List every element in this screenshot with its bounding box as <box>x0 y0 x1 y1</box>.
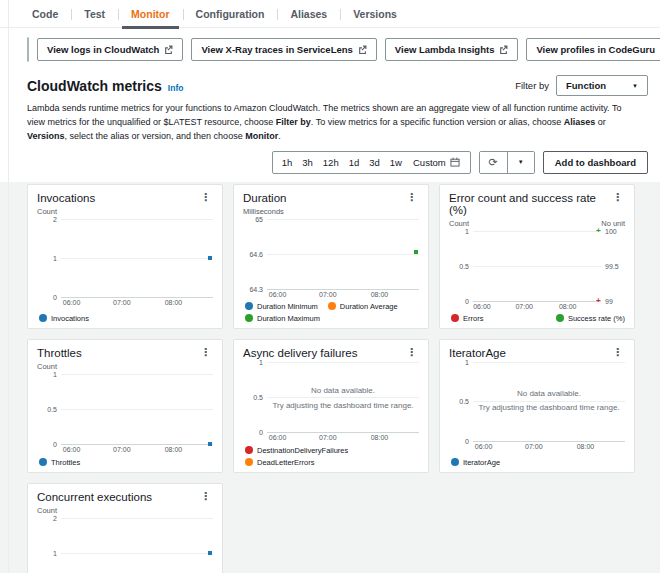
kebab-menu-icon[interactable]: ⋮ <box>198 192 213 203</box>
y-tick-label: 0 <box>53 293 57 300</box>
no-data-line1: No data available. <box>473 387 625 401</box>
chart-plot-area <box>61 518 213 573</box>
kebab-menu-icon[interactable]: ⋮ <box>610 347 625 358</box>
y-tick-label: 0.5 <box>253 393 263 400</box>
refresh-group: ⟳ ▼ <box>479 151 535 174</box>
kebab-menu-icon[interactable]: ⋮ <box>198 491 213 502</box>
kebab-menu-icon[interactable]: ⋮ <box>198 347 213 358</box>
view-lambda-insights-button[interactable]: View Lambda Insights <box>385 38 519 61</box>
view-profiles-in-codeguru-button[interactable]: View profiles in CodeGuru <box>526 38 660 61</box>
tab-aliases[interactable]: Aliases <box>277 0 340 27</box>
add-to-dashboard-button[interactable]: Add to dashboard <box>543 151 648 174</box>
legend-item-duration-average[interactable]: Duration Average <box>328 302 398 311</box>
range-1w[interactable]: 1w <box>385 157 407 168</box>
legend-color-dot <box>451 314 459 322</box>
data-point-marker <box>208 256 212 260</box>
legend-item-deadlettererrors[interactable]: DeadLetterErrors <box>245 458 315 467</box>
y-axis-ticks-left: 6564.664.3 <box>243 219 267 289</box>
view-x-ray-traces-in-servicelens-button[interactable]: View X-Ray traces in ServiceLens <box>191 38 376 61</box>
x-tick-label: 08:00 <box>165 299 183 306</box>
tab-test[interactable]: Test <box>71 0 118 27</box>
chart-card-invocations: Invocations⋮Count21006:0007:0008:00Invoc… <box>27 184 223 329</box>
y-tick-label: 99 <box>605 297 613 304</box>
tab-code[interactable]: Code <box>19 0 71 27</box>
external-link-icon <box>164 45 173 54</box>
y-tick-label: 1 <box>53 549 57 556</box>
refresh-options-button[interactable]: ▼ <box>507 152 534 173</box>
kebab-menu-icon[interactable]: ⋮ <box>610 192 625 203</box>
legend-item-iteratorage[interactable]: IteratorAge <box>451 458 500 467</box>
x-tick-label: 08:00 <box>371 291 389 298</box>
filter-by-label: Filter by <box>515 80 549 91</box>
x-tick-label: 08:00 <box>371 434 389 441</box>
chart-card-header: Throttles⋮ <box>37 347 213 359</box>
legend-item-errors[interactable]: Errors <box>451 314 483 323</box>
view-logs-in-cloudwatch-button[interactable]: View logs in CloudWatch <box>37 38 183 61</box>
kebab-menu-icon[interactable]: ⋮ <box>404 347 419 358</box>
chart-plot-row: 10.50++10099.599 <box>449 231 625 301</box>
tab-monitor[interactable]: Monitor <box>118 0 183 27</box>
chart-legend: IteratorAge <box>449 458 625 467</box>
chart-legend: ErrorsSuccess rate (%) <box>449 314 625 323</box>
chart-unit-row: Count <box>37 362 213 371</box>
kebab-menu-icon[interactable]: ⋮ <box>404 192 419 203</box>
legend-label: IteratorAge <box>463 458 500 467</box>
chart-card-header: Invocations⋮ <box>37 192 213 204</box>
chart-plot-area: No data available.Try adjusting the dash… <box>267 362 419 432</box>
chart-plot-row: 10.50No data available.Try adjusting the… <box>243 362 419 432</box>
x-tick-label: 06:00 <box>269 434 287 441</box>
chart-legend: Invocations <box>37 314 213 323</box>
chart-card-iterator-age: IteratorAge⋮10.50No data available.Try a… <box>439 339 635 473</box>
data-point-marker <box>208 551 212 555</box>
chart-card-header: Duration⋮ <box>243 192 419 204</box>
legend-item-destinationdeliveryfailures[interactable]: DestinationDeliveryFailures <box>245 446 348 455</box>
y-axis-ticks-left: 10.50 <box>449 362 473 441</box>
x-tick-label: 07:00 <box>515 303 533 310</box>
legend-label: Duration Maximum <box>257 314 320 323</box>
gridline <box>61 409 213 410</box>
y-axis-ticks-left: 10.50 <box>37 374 61 444</box>
x-tick-label: 07:00 <box>525 443 543 450</box>
legend-item-duration-maximum[interactable]: Duration Maximum <box>245 314 320 323</box>
gridline <box>473 301 601 302</box>
tab-configuration[interactable]: Configuration <box>183 0 278 27</box>
legend-color-dot <box>39 314 47 322</box>
legend-item-duration-minimum[interactable]: Duration Minimum <box>245 302 318 311</box>
y-tick-label: 64.3 <box>249 285 263 292</box>
gridline <box>61 518 213 519</box>
x-tick-label: 08:00 <box>165 446 183 453</box>
chart-card-async-delivery-failures: Async delivery failures⋮10.50No data ava… <box>233 339 429 473</box>
legend-item-throttles[interactable]: Throttles <box>39 458 80 467</box>
y-tick-label: 1 <box>465 227 469 234</box>
refresh-icon: ⟳ <box>489 156 498 169</box>
range-1h[interactable]: 1h <box>277 157 298 168</box>
chart-title: Error count and success rate (%) <box>449 192 610 216</box>
chart-legend: DestinationDeliveryFailuresDeadLetterErr… <box>243 446 419 467</box>
range-3h[interactable]: 3h <box>297 157 318 168</box>
gridline <box>61 553 213 554</box>
gridline <box>267 362 419 363</box>
info-link[interactable]: Info <box>168 83 184 93</box>
range-custom[interactable]: Custom <box>407 157 466 168</box>
chart-plot-row: 210 <box>37 518 213 573</box>
x-tick-labels: 06:0007:0008:00 <box>473 303 601 309</box>
y-tick-label: 2 <box>53 215 57 222</box>
toolbar-button-label: View profiles in CodeGuru <box>536 44 655 55</box>
gridline <box>267 219 419 220</box>
legend-label: DestinationDeliveryFailures <box>257 446 348 455</box>
tab-versions[interactable]: Versions <box>340 0 410 27</box>
range-3d[interactable]: 3d <box>364 157 385 168</box>
chart-plot-row: 210 <box>37 219 213 297</box>
no-data-message: No data available.Try adjusting the dash… <box>473 387 625 416</box>
y-axis-ticks-left: 210 <box>37 518 61 573</box>
x-tick-labels: 06:0007:0008:00 <box>61 446 213 453</box>
range-12h[interactable]: 12h <box>318 157 344 168</box>
subtab-metrics[interactable]: Metrics <box>28 38 29 61</box>
filter-dropdown[interactable]: Function ▼ <box>556 75 648 96</box>
legend-item-success-rate[interactable]: Success rate (%) <box>556 314 625 323</box>
x-tick-label: 06:00 <box>473 303 491 310</box>
refresh-button[interactable]: ⟳ <box>480 152 507 173</box>
legend-label: DeadLetterErrors <box>257 458 315 467</box>
range-1d[interactable]: 1d <box>344 157 365 168</box>
legend-item-invocations[interactable]: Invocations <box>39 314 89 323</box>
